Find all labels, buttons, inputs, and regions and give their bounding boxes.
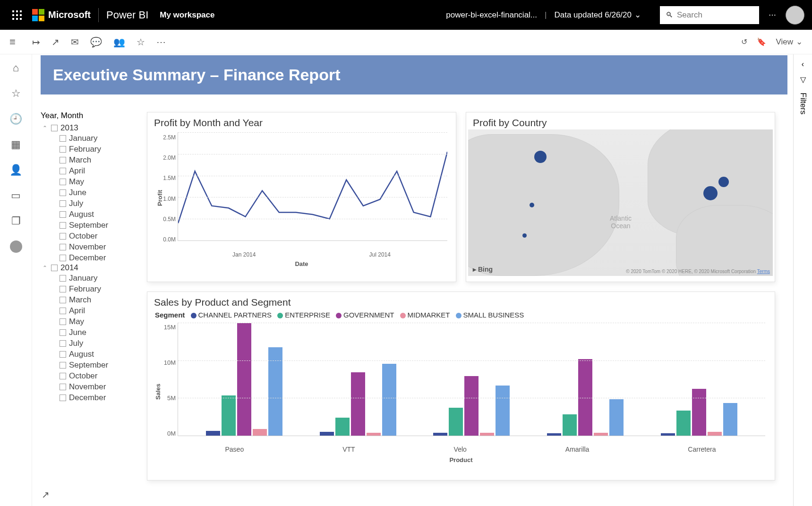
- slicer-month[interactable]: August: [60, 209, 140, 220]
- slicer-month[interactable]: June: [60, 327, 140, 338]
- slicer-month[interactable]: January: [60, 133, 140, 144]
- export-icon[interactable]: ↦: [32, 36, 40, 48]
- chevron-left-icon[interactable]: ‹: [802, 60, 804, 69]
- checkbox[interactable]: [60, 244, 66, 250]
- apps-icon[interactable]: ▦: [11, 138, 21, 151]
- my-workspace-icon[interactable]: [10, 240, 22, 253]
- avatar[interactable]: [786, 6, 804, 25]
- bar[interactable]: [382, 364, 396, 436]
- more-options-icon[interactable]: ⋯: [769, 10, 776, 19]
- slicer-month[interactable]: April: [60, 305, 140, 316]
- bar[interactable]: [480, 433, 494, 436]
- checkbox[interactable]: [60, 286, 66, 292]
- search-field[interactable]: [677, 10, 753, 20]
- chevron-up-icon[interactable]: ⌃: [43, 265, 48, 271]
- favorites-icon[interactable]: ☆: [11, 87, 21, 100]
- bar[interactable]: [433, 433, 447, 436]
- legend-item[interactable]: CHANNEL PARTNERS: [191, 311, 272, 319]
- checkbox[interactable]: [60, 340, 66, 347]
- checkbox[interactable]: [60, 211, 66, 218]
- slicer-year[interactable]: ⌃2013: [43, 123, 140, 133]
- bar[interactable]: [206, 431, 220, 436]
- checkbox[interactable]: [60, 384, 66, 390]
- date-slicer[interactable]: Year, Month ⌃2013JanuaryFebruaryMarchApr…: [41, 111, 140, 403]
- checkbox[interactable]: [60, 135, 66, 142]
- bookmark-icon[interactable]: 🔖: [757, 37, 766, 46]
- sales-bar-visual[interactable]: Sales by Product and Segment Segment CHA…: [147, 292, 775, 480]
- checkbox[interactable]: [60, 362, 66, 369]
- app-launcher-icon[interactable]: [8, 10, 26, 20]
- checkbox[interactable]: [51, 125, 58, 131]
- bar[interactable]: [367, 433, 381, 436]
- filter-icon[interactable]: ▽: [800, 75, 806, 84]
- checkbox[interactable]: [60, 351, 66, 358]
- map-bubble[interactable]: [534, 151, 547, 163]
- filters-pane[interactable]: ‹ ▽ Filters: [793, 54, 812, 506]
- slicer-month[interactable]: May: [60, 316, 140, 327]
- file-name[interactable]: power-bi-excel-financial...: [446, 10, 537, 20]
- bar[interactable]: [708, 432, 722, 436]
- slicer-month[interactable]: June: [60, 187, 140, 198]
- legend-item[interactable]: SMALL BUSINESS: [456, 311, 524, 319]
- checkbox[interactable]: [60, 297, 66, 303]
- map-bubble[interactable]: [718, 177, 729, 187]
- home-icon[interactable]: ⌂: [13, 62, 19, 74]
- checkbox[interactable]: [60, 168, 66, 174]
- checkbox[interactable]: [60, 255, 66, 261]
- bar[interactable]: [723, 403, 737, 436]
- chevron-up-icon[interactable]: ⌃: [43, 125, 48, 131]
- checkbox[interactable]: [60, 189, 66, 196]
- slicer-month[interactable]: December: [60, 392, 140, 403]
- slicer-year[interactable]: ⌃2014: [43, 263, 140, 273]
- checkbox[interactable]: [60, 200, 66, 207]
- profit-line-visual[interactable]: Profit by Month and Year Profit 2.5M2.0M…: [147, 112, 456, 282]
- reset-icon[interactable]: ↺: [741, 37, 747, 46]
- bar[interactable]: [222, 395, 236, 436]
- slicer-month[interactable]: September: [60, 360, 140, 370]
- checkbox[interactable]: [60, 233, 66, 240]
- share-icon[interactable]: ↗: [51, 36, 60, 48]
- map-bubble[interactable]: [522, 233, 527, 238]
- slicer-month[interactable]: September: [60, 220, 140, 231]
- search-input[interactable]: 🔍︎: [660, 6, 759, 24]
- bar[interactable]: [237, 323, 251, 436]
- bar[interactable]: [449, 408, 463, 436]
- map-bubble[interactable]: [703, 186, 718, 200]
- bar[interactable]: [676, 411, 691, 436]
- legend-item[interactable]: ENTERPRISE: [277, 311, 330, 319]
- bar[interactable]: [253, 429, 267, 436]
- bar[interactable]: [594, 433, 608, 436]
- terms-link[interactable]: Terms: [757, 269, 770, 274]
- subscribe-icon[interactable]: ✉: [71, 36, 79, 48]
- comment-icon[interactable]: 💬: [90, 36, 102, 48]
- slicer-month[interactable]: July: [60, 198, 140, 209]
- bar[interactable]: [335, 418, 350, 436]
- bar[interactable]: [464, 376, 479, 436]
- view-button[interactable]: View ⌄: [776, 37, 803, 47]
- slicer-month[interactable]: March: [60, 294, 140, 305]
- slicer-month[interactable]: August: [60, 349, 140, 360]
- checkbox[interactable]: [60, 308, 66, 314]
- teams-icon[interactable]: 👥: [113, 36, 125, 48]
- slicer-month[interactable]: October: [60, 370, 140, 381]
- slicer-month[interactable]: November: [60, 241, 140, 252]
- checkbox[interactable]: [51, 265, 58, 271]
- learn-icon[interactable]: ▭: [11, 189, 21, 202]
- slicer-month[interactable]: March: [60, 154, 140, 165]
- checkbox[interactable]: [60, 179, 66, 185]
- slicer-month[interactable]: December: [60, 252, 140, 263]
- checkbox[interactable]: [60, 318, 66, 325]
- slicer-month[interactable]: May: [60, 176, 140, 187]
- slicer-month[interactable]: November: [60, 381, 140, 392]
- slicer-month[interactable]: January: [60, 273, 140, 283]
- shared-icon[interactable]: 👤: [9, 164, 22, 176]
- checkbox[interactable]: [60, 157, 66, 163]
- bar[interactable]: [351, 372, 365, 436]
- profit-map-visual[interactable]: Profit by Country AtlanticOcean ▸ Bing ©…: [466, 112, 775, 282]
- checkbox[interactable]: [60, 275, 66, 282]
- favorite-icon[interactable]: ☆: [137, 36, 145, 48]
- product-label[interactable]: Power BI: [106, 9, 148, 21]
- map-bubble[interactable]: [530, 203, 534, 207]
- bar[interactable]: [547, 433, 561, 436]
- slicer-month[interactable]: February: [60, 283, 140, 294]
